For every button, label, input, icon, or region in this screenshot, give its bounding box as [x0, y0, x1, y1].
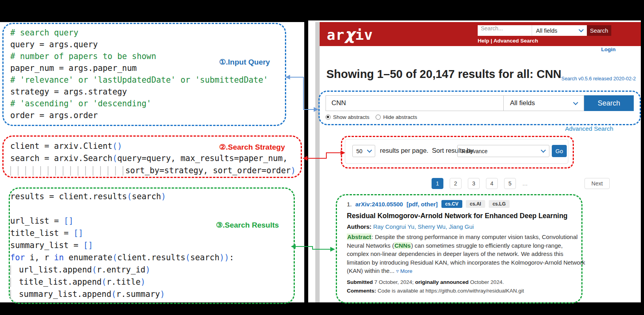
- chevron-down-icon: [579, 27, 584, 32]
- page-button-2[interactable]: 2: [450, 178, 462, 189]
- category-chip-cs.CV[interactable]: cs.CV: [441, 200, 462, 208]
- arxiv-logo-chi: χ: [344, 25, 355, 43]
- page-button-4[interactable]: 4: [486, 178, 498, 189]
- category-chip-cs.AI[interactable]: cs.AI: [466, 200, 485, 208]
- code-line: title_list = []: [10, 227, 234, 239]
- result-comments-row: Comments: Code is available at https://g…: [347, 287, 586, 295]
- arxiv-logo[interactable]: arχiv: [327, 25, 373, 43]
- result-author-links[interactable]: Ray Congrui Yu, Sherry Wu, Jiang Gui: [373, 223, 474, 230]
- code-line: sort_by=strategy, sort_order=order): [10, 165, 296, 177]
- result-arxiv-id-link[interactable]: arXiv:2410.05500: [356, 201, 403, 208]
- header-field-select[interactable]: All fields: [532, 25, 587, 36]
- label-input-query: ①.Input Query: [219, 57, 270, 67]
- login-link[interactable]: Login: [601, 46, 616, 52]
- indent-guide: [10, 265, 19, 275]
- indent-guide: [10, 290, 19, 299]
- code-line: results = client.results(search): [10, 191, 234, 203]
- per-page-select[interactable]: 50: [352, 145, 375, 157]
- page-ellipsis: …: [522, 180, 528, 187]
- code-line: # search query: [10, 27, 268, 39]
- arxiv-window: arχiv Search... All fields Search Help |…: [308, 20, 641, 302]
- go-button[interactable]: Go: [552, 145, 567, 157]
- result-abstract: Abstract: Despite the strong performance…: [347, 233, 586, 276]
- chevron-down-icon: [573, 100, 578, 105]
- show-abstracts-radio[interactable]: [326, 115, 331, 120]
- label-search-results: ③.Search Results: [216, 220, 279, 230]
- result-entry: 1. arXiv:2410.05500 [pdf, other] cs.CVcs…: [347, 200, 586, 295]
- next-page-button[interactable]: Next: [584, 178, 610, 189]
- header-search-input[interactable]: Search...: [478, 25, 532, 36]
- result-title-link[interactable]: Residual Kolmogorov-Arnold Network for E…: [347, 212, 586, 220]
- code-line: query = args.query: [10, 39, 268, 50]
- result-index: 1.: [347, 201, 352, 208]
- code-section-input-query: # search queryquery = args.query# number…: [10, 27, 268, 121]
- cnns-highlight: CNNs: [394, 242, 411, 249]
- header-search-button[interactable]: Search: [587, 25, 611, 36]
- query-input[interactable]: CNN: [326, 95, 504, 111]
- result-tags: cs.CVcs.AIcs.LG: [441, 200, 510, 208]
- sort-select[interactable]: Relevance: [457, 145, 549, 157]
- code-line: url_list.append(r.entry_id): [10, 264, 234, 276]
- search-version-link[interactable]: Search v0.5.6 released 2020-02-2: [561, 76, 636, 82]
- code-line: search = arxiv.Search(query=query, max_r…: [10, 152, 296, 165]
- field-select[interactable]: All fields: [504, 95, 584, 111]
- result-id-row: 1. arXiv:2410.05500 [pdf, other] cs.CVcs…: [347, 200, 586, 208]
- pagination: 12345…: [432, 178, 528, 189]
- code-line: title_list.append(r.title): [10, 276, 234, 288]
- code-panel: # search queryquery = args.query# number…: [0, 22, 304, 302]
- search-button[interactable]: Search: [584, 95, 634, 111]
- arxiv-header-banner: arχiv Search... All fields Search Help |…: [320, 22, 641, 46]
- result-pdf-other-links[interactable]: [pdf, other]: [406, 201, 437, 208]
- code-line: # 'relevance' or 'lastUpdatedDate' or 's…: [10, 74, 268, 86]
- abstract-label-highlight: Abstract: [347, 233, 372, 240]
- result-submitted-row: Submitted 7 October, 2024; originally an…: [347, 278, 586, 286]
- code-line: summary_list.append(r.summary): [10, 288, 234, 300]
- code-line: url_list = []: [10, 215, 234, 227]
- code-line: # 'ascending' or 'descending': [10, 98, 268, 109]
- hide-abstracts-label: Hide abstracts: [383, 114, 417, 120]
- code-line: strategy = args.strategy: [10, 86, 268, 98]
- help-advanced-links[interactable]: Help | Advanced Search: [478, 38, 538, 44]
- abstract-radio-row: Show abstracts Hide abstracts: [326, 114, 417, 120]
- indent-guide: [10, 278, 19, 287]
- page-button-3[interactable]: 3: [468, 178, 480, 189]
- code-line: order = args.order: [10, 109, 268, 121]
- scrollbar[interactable]: [315, 22, 320, 302]
- chevron-down-icon: [541, 148, 546, 153]
- result-authors-row: Authors: Ray Congrui Yu, Sherry Wu, Jian…: [347, 223, 586, 230]
- screenshot-canvas: # search queryquery = args.query# number…: [0, 0, 644, 315]
- category-chip-cs.LG[interactable]: cs.LG: [489, 200, 510, 208]
- code-line: [10, 203, 234, 215]
- show-abstracts-label: Show abstracts: [333, 114, 369, 120]
- label-search-strategy: ②.Search Strategy: [219, 143, 285, 152]
- results-heading: Showing 1–50 of 20,147 results for all: …: [326, 68, 636, 82]
- code-line: for i, r in enumerate(client.results(sea…: [10, 252, 234, 264]
- chevron-down-icon: [367, 148, 372, 153]
- page-button-1[interactable]: 1: [432, 178, 443, 189]
- code-section-search-results: results = client.results(search)url_list…: [10, 191, 234, 300]
- hide-abstracts-radio[interactable]: [376, 115, 381, 120]
- page-button-5[interactable]: 5: [504, 178, 516, 189]
- advanced-search-link[interactable]: Advanced Search: [565, 125, 613, 132]
- code-line: summary_list = []: [10, 239, 234, 252]
- more-link[interactable]: ▿ More: [396, 268, 412, 274]
- indent-guides: [10, 166, 125, 176]
